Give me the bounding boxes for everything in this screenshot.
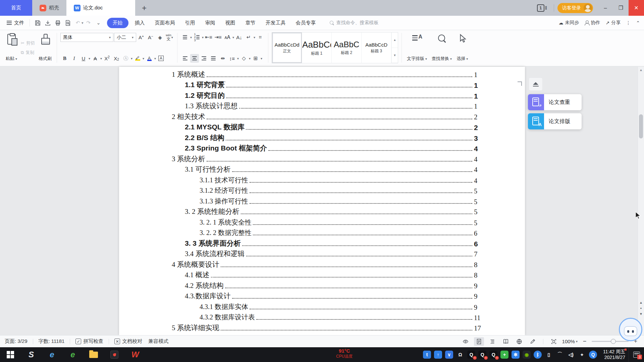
ribbon-tab-视图[interactable]: 视图 — [220, 18, 240, 28]
start-button[interactable] — [0, 347, 21, 362]
highlight-caret-icon[interactable]: ▾ — [143, 57, 144, 60]
tray-qq-icon-1[interactable]: Q– — [467, 351, 475, 359]
tray-wifi-icon[interactable]: ⌒ — [556, 351, 564, 359]
wrap-mark-button[interactable]: ↵ — [244, 33, 253, 42]
text-direction-button[interactable]: 🗚 — [223, 33, 232, 42]
ribbon-tab-页面布局[interactable]: 页面布局 — [150, 18, 180, 28]
tab-document[interactable]: W 论文.doc — [66, 0, 135, 16]
bold-button[interactable]: B — [60, 54, 69, 63]
page-view-button[interactable] — [474, 337, 484, 346]
pinyin-guide-button[interactable]: wén文▾ — [165, 33, 174, 42]
decrease-indent-button[interactable]: ⇤≡ — [204, 33, 213, 42]
more-options-icon[interactable]: ⋮ — [626, 20, 631, 25]
file-explorer-icon[interactable] — [83, 347, 104, 362]
shading-caret-icon[interactable]: ▾ — [249, 57, 251, 60]
ribbon-tab-开始[interactable]: 开始 — [107, 18, 128, 28]
tray-qq-icon-3[interactable]: Q– — [489, 351, 497, 359]
zoom-percent[interactable]: 100%▾ — [562, 339, 578, 344]
line-spacing-caret-icon[interactable]: ▾ — [237, 57, 239, 60]
style-tile-正文[interactable]: AaBbCcDd正文 — [272, 33, 302, 63]
wipe-format-button[interactable]: Ⓐ — [121, 54, 130, 63]
bullet-list-button[interactable] — [181, 33, 190, 42]
guest-login-button[interactable]: 访客登录 — [557, 3, 593, 13]
media-app-icon[interactable] — [104, 347, 125, 362]
text-direction-caret-icon[interactable]: ▾ — [232, 36, 234, 39]
ribbon-tab-会员专享[interactable]: 会员专享 — [291, 18, 321, 28]
minimize-button[interactable]: – — [598, 0, 613, 16]
style-tile-标题 2[interactable]: AaBbC标题 2 — [332, 33, 362, 63]
ribbon-tab-引用[interactable]: 引用 — [180, 18, 200, 28]
subscript-button[interactable]: X2 — [112, 54, 121, 63]
taskbar-clock[interactable]: 11:42 周五 2021/8/27 — [600, 349, 629, 360]
tray-sync-icon[interactable]: ↑ — [434, 351, 442, 359]
web-layout-button[interactable] — [514, 337, 524, 346]
tray-bluetooth-icon[interactable]: ᛒ — [534, 351, 542, 359]
clear-format-button[interactable]: ◈ — [156, 33, 164, 42]
next-page-button[interactable]: ▼ — [638, 312, 644, 316]
cut-button[interactable]: ✂剪切 — [21, 40, 35, 46]
previous-page-button[interactable]: ▲ — [638, 301, 644, 304]
borders-caret-icon[interactable]: ▾ — [261, 57, 262, 60]
strikethrough-button[interactable]: A — [91, 54, 100, 63]
outline-view-button[interactable] — [487, 337, 497, 346]
tray-security-shield-icon[interactable]: ∨ — [445, 351, 453, 359]
save-icon[interactable] — [33, 18, 43, 27]
tray-qq-browser-icon[interactable]: Q — [589, 351, 597, 359]
zoom-slider[interactable] — [592, 341, 629, 342]
command-search[interactable]: 查找命令、搜索模板 — [330, 20, 379, 26]
restore-button[interactable]: ❐ — [613, 0, 629, 16]
strikethrough-caret-icon[interactable]: ▾ — [100, 57, 102, 60]
bullet-caret-icon[interactable]: ▾ — [190, 36, 192, 39]
distribute-button[interactable]: ⇹ — [218, 54, 227, 63]
tab-home[interactable]: 首页 — [0, 0, 32, 16]
align-left-button[interactable] — [181, 54, 190, 63]
side-button-论文查重[interactable]: ⌕论文查重 — [528, 94, 582, 110]
copy-button[interactable]: ⧉复制 — [21, 50, 35, 56]
edit-pencil-icon[interactable] — [528, 337, 538, 346]
document-page[interactable]: 1 系统概述11.1 研究背景11.2 研究目的11.3 系统设计思想12 相关… — [119, 67, 525, 335]
doc-proof-toggle[interactable]: ✕文档校对 — [114, 338, 142, 345]
tray-nvidia-icon[interactable]: ◉ — [523, 351, 531, 359]
tray-bell-icon[interactable]: Ω — [456, 351, 464, 359]
word-count-label[interactable]: 字数: 11181 — [39, 338, 65, 345]
justify-button[interactable] — [209, 54, 218, 63]
find-replace-button[interactable]: 查找替换▾ — [429, 32, 454, 63]
numbered-list-button[interactable]: 123 — [193, 33, 201, 42]
sort-button[interactable]: A↓ — [235, 33, 244, 42]
notification-center-button[interactable]: 3 — [629, 347, 644, 362]
search-s-icon[interactable]: S — [21, 347, 42, 362]
wps-office-icon[interactable]: W — [125, 347, 146, 362]
format-painter-button[interactable]: 格式刷 — [36, 32, 54, 63]
tray-green-shield-icon[interactable]: + — [500, 351, 508, 359]
export-icon[interactable] — [43, 18, 53, 27]
line-spacing-button[interactable]: ↕≡ — [228, 54, 236, 63]
eye-protect-icon[interactable] — [461, 337, 471, 346]
tray-volume-icon[interactable]: ◁) — [567, 351, 575, 359]
tray-tim-icon[interactable]: t — [423, 351, 431, 359]
share-button[interactable]: ↗ 分享 — [606, 20, 621, 26]
read-mode-button[interactable] — [501, 337, 511, 346]
underline-caret-icon[interactable]: ▾ — [89, 57, 90, 60]
increase-indent-button[interactable]: ⇥≡ — [214, 33, 222, 42]
numbered-caret-icon[interactable]: ▾ — [202, 36, 204, 39]
underline-button[interactable]: U — [79, 54, 88, 63]
panel-collapse-button[interactable] — [529, 77, 543, 91]
quick-access-chevron-icon[interactable]: ⌄ — [94, 18, 104, 27]
shading-button[interactable]: ◇ — [239, 54, 248, 63]
gallery-up-icon[interactable]: ▲ — [392, 33, 398, 48]
paste-button[interactable]: 粘贴▾ — [3, 32, 19, 63]
ribbon-tab-插入[interactable]: 插入 — [130, 18, 150, 28]
print-icon[interactable] — [53, 18, 63, 27]
new-tab-button[interactable]: + — [135, 0, 153, 16]
compat-mode-label[interactable]: 兼容模式 — [148, 338, 168, 345]
char-border-button[interactable]: A — [157, 54, 165, 63]
select-tool-button[interactable]: 选择▾ — [454, 32, 470, 63]
font-color-button[interactable]: A — [145, 54, 154, 63]
ribbon-tab-章节[interactable]: 章节 — [240, 18, 261, 28]
collapse-ribbon-icon[interactable]: ⌃ — [636, 20, 640, 25]
ie-browser-icon[interactable]: e — [42, 347, 62, 362]
spell-check-toggle[interactable]: ✓拼写检查 — [75, 338, 103, 345]
scrollbar-thumb[interactable] — [639, 114, 643, 138]
browser-360-icon[interactable]: e — [62, 347, 83, 362]
side-button-论文排版[interactable]: A论文排版 — [528, 113, 582, 129]
